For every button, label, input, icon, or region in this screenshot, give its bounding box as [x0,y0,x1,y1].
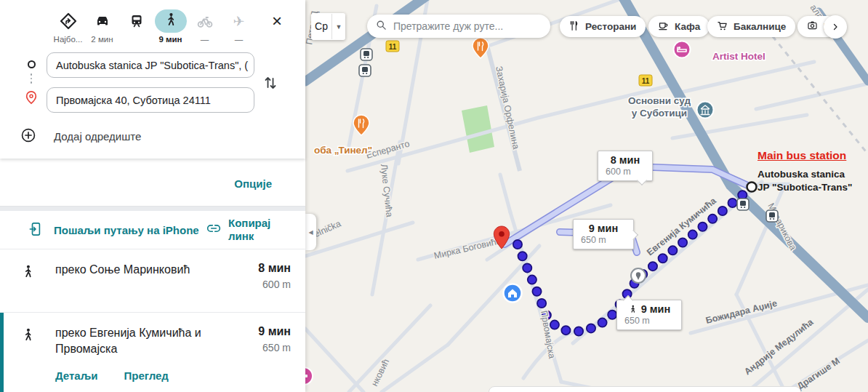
shopping-cart-icon [717,20,728,33]
route-2-duration: 9 мин [246,325,291,338]
route-waypoint-icon [631,268,646,283]
collapse-panel-button[interactable]: ◀ [305,214,316,250]
add-destination-button[interactable]: Додај одредиште [0,113,305,156]
selected-route-callout[interactable]: 9 мин 650 m [573,219,634,249]
street-label: нковић [369,357,391,388]
chip-restaurants[interactable]: Ресторани [560,16,646,37]
bottom-overlay-partial [489,386,801,392]
callout-duration: 9 мин [641,303,671,315]
flight-duration-label: — [235,35,244,44]
directions-header-card: Најбо... 2 мин [0,0,305,159]
walk-route-icon [0,325,55,358]
mode-walk-selected[interactable]: 9 мин [153,10,188,44]
bike-icon [196,10,214,32]
svg-text:11: 11 [389,43,397,51]
transit-route-badge: 11 [386,41,399,52]
callout-distance: 600 m [606,167,645,177]
tinel-restaurant-label[interactable]: оба „Тинел" [314,145,372,156]
waypoints-block: Autobuska stanica JP "Subotica-Trans", (… [0,52,305,113]
mode-transit[interactable] [119,10,153,35]
walking-route-callout[interactable]: 9 мин 650 m [616,300,682,330]
mode-bike[interactable]: — [188,10,222,44]
callout-duration: 9 мин [581,223,626,234]
court-label-line2[interactable]: у Суботици [632,108,687,119]
bus-stop-icons[interactable] [359,49,778,222]
court-label-line1[interactable]: Основни суд [628,95,691,106]
swap-waypoints-button[interactable] [263,72,278,94]
street-label: Захарија Орфелина [494,65,521,151]
layer-button-label: Ср [311,14,332,39]
waypoint-markers [16,52,47,113]
add-destination-label: Додај одредиште [54,130,141,143]
route-overview-link[interactable]: Преглед [124,369,168,382]
chip-coffee[interactable]: Кафа [648,16,710,37]
hotel-icon[interactable] [674,41,691,58]
bike-duration-label: — [201,35,209,44]
main-bus-station-annotation: Main bus station [758,149,846,162]
mode-best-route[interactable]: Најбо... [51,10,85,44]
plane-icon: ✈ [233,10,245,32]
route-details-link[interactable]: Детаљи [55,369,97,382]
courthouse-icon[interactable] [697,102,714,119]
route-1-stats: 8 мин 600 m [246,262,291,290]
options-row: Опције [0,159,305,206]
chips-scroll-right-button[interactable] [824,15,847,39]
artist-hotel-label[interactable]: Artist Hotel [712,51,765,62]
best-route-icon [60,10,77,32]
copy-link-button[interactable]: Копирај линк [206,217,292,243]
alt-route-callout[interactable]: 8 мин 600 m [598,151,653,181]
car-icon [94,10,111,32]
home-icon[interactable] [504,284,522,303]
mode-drive[interactable]: 2 мин [85,10,119,44]
mode-flight[interactable]: ✈ — [222,10,256,44]
search-along-route-bar[interactable]: Претражите дуж руте... [367,15,550,38]
section-divider [0,206,305,211]
coffee-icon [658,20,669,33]
route-2-stats: 9 мин 650 m [246,325,291,358]
chip-label: Ресторани [585,21,636,32]
route-1-via: преко Соње Маринковић [55,262,228,290]
camera-icon [807,20,818,33]
callout-duration: 8 мин [606,154,645,166]
copy-link-label: Копирај линк [228,217,292,243]
waypoint-dots-icon [31,73,33,84]
search-placeholder: Претражите дуж руте... [393,20,503,32]
callout-distance: 650 m [581,235,626,245]
close-directions-button[interactable]: × [268,10,286,32]
transit-icon [128,10,145,32]
link-icon [206,221,221,239]
tinel-restaurant-pin-icon[interactable] [353,115,369,135]
route-option-2-selected[interactable]: преко Евгенија Кумичића и Првомајска 9 м… [0,313,305,392]
best-route-label: Најбо... [54,35,83,44]
route-1-duration: 8 мин [246,262,291,275]
destination-pin-icon [24,89,39,109]
park-area [462,105,494,153]
route-2-distance: 650 m [246,342,291,353]
svg-text:11: 11 [642,77,650,85]
callout-distance: 650 m [624,316,674,326]
destination-input[interactable]: Првомајска 40, Суботица 24111 [47,87,254,113]
route-option-1[interactable]: преко Соње Маринковић 8 мин 600 m [0,249,305,313]
route-1-distance: 600 m [246,279,291,290]
walk-icon [155,10,187,32]
chip-label: Бакалнице [734,21,786,32]
street-label: Луке Сучића [379,164,395,217]
origin-marker-icon [28,60,36,68]
street-label: Драгише М [795,356,842,391]
walk-icon [628,304,638,314]
waypoint-inputs: Autobuska stanica JP "Subotica-Trans", (… [47,52,254,113]
send-to-phone-button[interactable]: Пошаљи путању на iPhone [29,222,199,239]
chip-groceries[interactable]: Бакалнице [707,16,795,37]
route-2-via: преко Евгенија Кумичића и Првомајска [55,325,228,358]
route-origin-marker [747,183,757,192]
map-language-layer-button[interactable]: Ср ▼ [311,13,345,40]
send-to-phone-label: Пошаљи путању на iPhone [54,224,199,236]
hotel-icon-partial[interactable] [305,367,313,385]
restaurant-pin-icon[interactable] [473,38,489,58]
map-canvas[interactable]: Петра Д мај Захарија Орфелина Есперанто … [305,0,868,392]
chip-label: Кафа [675,21,700,32]
search-icon [376,20,387,33]
route-2-links: Детаљи Преглед [55,369,291,382]
origin-input[interactable]: Autobuska stanica JP "Subotica-Trans", ( [47,52,254,78]
options-link[interactable]: Опције [234,177,272,190]
